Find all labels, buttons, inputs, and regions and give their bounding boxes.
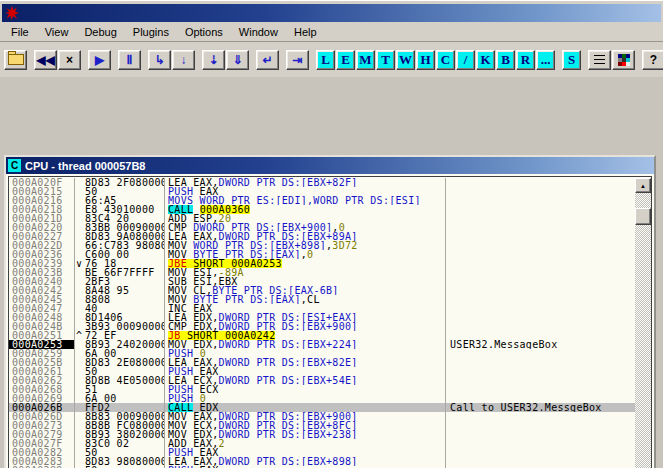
comment-cell [446,385,635,394]
animate-over-button[interactable]: ⇓ [226,50,249,70]
disasm-row[interactable]: 000A021550PUSH EAX [9,187,635,196]
hexdump-cell: 83C0 02 [75,439,165,448]
menu-plugins[interactable]: Plugins [125,24,177,40]
cpu-title-bar[interactable]: C CPU - thread 000057B8 [6,157,654,174]
pause-button[interactable]: Ⅱ [118,50,141,70]
disasm-row[interactable]: 000A024740INC EAX [9,304,635,313]
disasm-row[interactable]: 000A022083BB 00090000 00CMP DWORD PTR DS… [9,223,635,232]
appearance-button[interactable] [612,50,635,70]
comment-cell [446,187,635,196]
disasm-row[interactable]: 000A02538B93 24020000MOV EDX,DWORD PTR D… [9,340,635,349]
comment-cell [446,430,635,439]
execute-till-return-button[interactable]: ↵ [256,50,279,70]
disassembly-cell: JBE SHORT 000A0253 [165,259,446,268]
disassembly-cell: LEA EAX,DWORD PTR DS:[EBX+89A] [165,232,446,241]
scrollbar-thumb[interactable] [635,208,651,225]
breakpoints-button[interactable]: B [496,50,515,70]
jump-direction-icon: ∨ [76,259,82,268]
vertical-scrollbar[interactable]: ▲ ▼ [635,178,651,468]
comment-cell [446,421,635,430]
handles-button[interactable]: H [416,50,435,70]
open-file-button[interactable] [4,50,27,70]
disasm-row[interactable]: 000A027F83C0 02ADD EAX,2 [9,439,635,448]
disasm-row[interactable]: 000A024B3B93 00090000CMP EDX,DWORD PTR D… [9,322,635,331]
memory-map-button[interactable]: M [356,50,375,70]
call-stack-button[interactable]: K [476,50,495,70]
disasm-row[interactable]: 000A02798B93 38020000MOV EDX,DWORD PTR D… [9,430,635,439]
disasm-row[interactable]: 000A026D8B83 00090000MOV EAX,DWORD PTR D… [9,412,635,421]
disassembly-cell: MOV BYTE PTR DS:[EAX],0 [165,250,446,259]
execute-till-user-button[interactable]: ⇥ [286,50,309,70]
hexdump-cell: 66:C783 98080000 723D [75,241,165,250]
disasm-row[interactable]: 000A02488D1406LEA EDX,DWORD PTR DS:[ESI+… [9,313,635,322]
restart-icon: ◀◀ [36,53,54,67]
disasm-row[interactable]: 000A026BFFD2CALL EDXCall to USER32.Messg… [9,403,635,412]
comment-cell [446,214,635,223]
disasm-row[interactable]: 000A02402BF3SUB ESI,EBX [9,277,635,286]
menu-debug[interactable]: Debug [76,24,124,40]
disasm-row[interactable]: 000A021D83C4 20ADD ESP,20 [9,214,635,223]
address-cell: 000A0253 [9,340,75,349]
run-icon: ▶ [95,53,104,67]
menu-file[interactable]: File [3,24,37,40]
disasm-row[interactable]: 000A023BBE 66F7FFFFMOV ESI,-89A [9,268,635,277]
disassembly-cell: SUB ESI,EBX [165,277,446,286]
menu-help[interactable]: Help [286,24,325,40]
step-over-button[interactable]: ↓ [172,50,195,70]
windows-list-button[interactable] [588,50,611,70]
scrollbar-track[interactable] [635,193,651,468]
scroll-up-button[interactable]: ▲ [635,178,651,193]
disasm-row[interactable]: 000A0239∨76 18JBE SHORT 000A0253 [9,259,635,268]
disasm-row[interactable]: 000A0251^72 EFJB SHORT 000A0242 [9,331,635,340]
disasm-row[interactable]: 000A02628D8B 4E050000LEA ECX,DWORD PTR D… [9,376,635,385]
disasm-row[interactable]: 000A02838D83 98080000LEA EAX,DWORD PTR D… [9,457,635,466]
address-cell: 000A0220 [9,223,75,232]
disassembly-cell: PUSH EAX [165,448,446,457]
log-window-button[interactable]: L [316,50,335,70]
help-button[interactable]: ? [642,50,663,70]
disasm-row[interactable]: 000A028250PUSH EAX [9,448,635,457]
disasm-row[interactable]: 000A02428A48 95MOV CL,BYTE PTR DS:[EAX-6… [9,286,635,295]
disasm-row[interactable]: 000A02278D83 9A080000LEA EAX,DWORD PTR D… [9,232,635,241]
address-cell: 000A0216 [9,196,75,205]
disasm-row[interactable]: 000A020F8D83 2F080000LEA EAX,DWORD PTR D… [9,178,635,187]
main-title-bar[interactable] [2,4,661,22]
disasm-row[interactable]: 000A022D66:C783 98080000 723DMOV WORD PT… [9,241,635,250]
ollydbg-window: FileViewDebugPluginsOptionsWindowHelp ◀◀… [0,0,663,468]
disasm-row[interactable]: 000A02596A 00PUSH 0 [9,349,635,358]
jump-direction-icon: ^ [76,331,82,340]
restart-button[interactable]: ◀◀ [34,50,57,70]
address-cell: 000A0247 [9,304,75,313]
disasm-row[interactable]: 000A0218E8 43010000CALL 000A0360 [9,205,635,214]
menu-bar: FileViewDebugPluginsOptionsWindowHelp [0,22,663,42]
disasm-row[interactable]: 000A021666:A5MOVS WORD PTR ES:[EDI],WORD… [9,196,635,205]
disassembly-cell: JB SHORT 000A0242 [165,331,446,340]
hexdump-cell: 8D83 9A080000 [75,232,165,241]
disasm-row[interactable]: 000A026851PUSH ECX [9,385,635,394]
step-into-button[interactable]: ↳ [148,50,171,70]
animate-into-button[interactable]: ⇣ [202,50,225,70]
disasm-row[interactable]: 000A02738B8B FC080000MOV ECX,DWORD PTR D… [9,421,635,430]
menu-view[interactable]: View [37,24,77,40]
threads-button[interactable]: T [376,50,395,70]
menu-window[interactable]: Window [231,24,286,40]
patches-button[interactable]: / [456,50,475,70]
address-cell: 000A0259 [9,349,75,358]
disasm-row[interactable]: 000A02696A 00PUSH 0 [9,394,635,403]
references-button[interactable]: R [516,50,535,70]
menu-options[interactable]: Options [177,24,231,40]
disasm-row[interactable]: 000A0236C600 00MOV BYTE PTR DS:[EAX],0 [9,250,635,259]
comment-cell [446,439,635,448]
source-button[interactable]: S [562,50,581,70]
disasm-row[interactable]: 000A02458808MOV BYTE PTR DS:[EAX],CL [9,295,635,304]
executables-button[interactable]: E [336,50,355,70]
disasm-row[interactable]: 000A025B8D83 2E080000LEA EAX,DWORD PTR D… [9,358,635,367]
disasm-row[interactable]: 000A026150PUSH EAX [9,367,635,376]
run-button[interactable]: ▶ [88,50,111,70]
cpu-button[interactable]: C [436,50,455,70]
help-icon: ? [650,53,657,67]
windows-button[interactable]: W [396,50,415,70]
run-trace-button[interactable]: ... [536,50,555,70]
close-button[interactable]: × [58,50,81,70]
execute-till-user-icon: ⇥ [292,53,302,67]
